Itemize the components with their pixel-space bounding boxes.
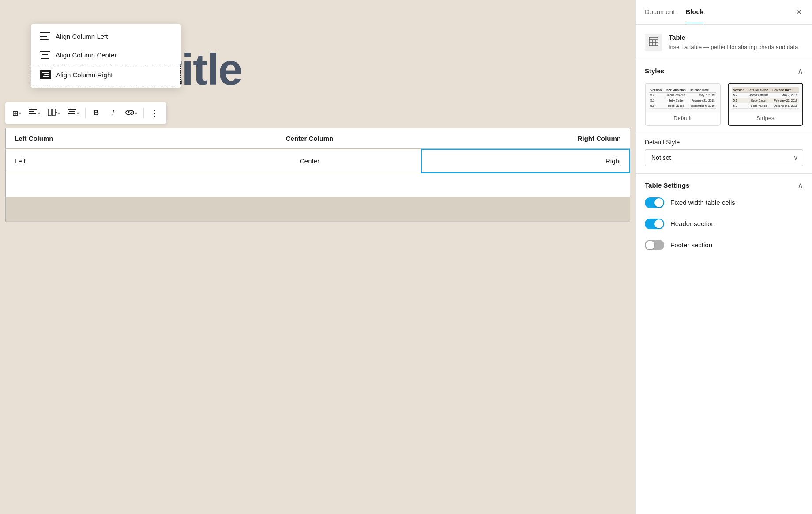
table-block-icon: [648, 36, 659, 49]
block-icon-wrap: [645, 34, 662, 51]
styles-section-header: Styles ∧: [645, 66, 803, 76]
table-type-button[interactable]: ⊞ ▾: [9, 105, 25, 121]
align-center-icon: [40, 51, 50, 59]
default-style-section: Default Style Not set ∨: [636, 133, 812, 174]
close-button[interactable]: ×: [794, 5, 803, 19]
bold-button[interactable]: B: [88, 105, 104, 121]
align-left-icon: [40, 32, 50, 40]
footer-section-row: Footer section: [645, 240, 803, 250]
more-options-button[interactable]: ⋮: [147, 105, 163, 121]
align-left-toolbar-icon: [29, 109, 37, 117]
align-center-item[interactable]: Align Column Center: [31, 45, 181, 64]
sidebar: Document Block × Table Insert a table — …: [635, 0, 812, 514]
sidebar-tabs: Document Block: [645, 1, 703, 23]
tab-document[interactable]: Document: [645, 1, 675, 23]
style-default-label: Default: [646, 112, 720, 121]
block-text: Table Insert a table — perfect for shari…: [669, 34, 800, 52]
toggle-knob: [646, 241, 654, 249]
align-chevron-icon: ▾: [38, 111, 40, 116]
align-column-icon: [68, 109, 76, 117]
col-header-left: Left Column: [6, 128, 198, 149]
header-section-row: Header section: [645, 219, 803, 229]
svg-rect-9: [68, 113, 75, 114]
style-card-stripes[interactable]: Version Jazz Musician Release Date 5.2Ja…: [728, 83, 804, 126]
footer-section-label: Footer section: [670, 241, 712, 249]
svg-rect-4: [52, 109, 55, 116]
toolbar-divider-1: [85, 108, 86, 118]
styles-section: Styles ∧ Version Jazz Musician Release D…: [636, 59, 812, 133]
main-content: Align Column Left Align Column Center Al…: [0, 0, 635, 514]
link-icon: [125, 109, 134, 117]
cell-empty-2[interactable]: [198, 173, 421, 197]
align-column-button[interactable]: ▾: [64, 105, 83, 121]
toggle-knob: [654, 198, 663, 207]
svg-rect-1: [29, 111, 34, 112]
style-options: Version Jazz Musician Release Date 5.2Ja…: [645, 83, 803, 126]
tab-block[interactable]: Block: [685, 1, 703, 23]
cell-center[interactable]: Center: [198, 149, 421, 173]
svg-rect-10: [649, 37, 658, 46]
svg-rect-8: [69, 111, 75, 112]
table-footer-row: [6, 197, 630, 222]
mini-table-stripes: Version Jazz Musician Release Date 5.2Ja…: [732, 87, 799, 109]
align-left-button[interactable]: ▾: [26, 105, 44, 121]
cell-empty-1[interactable]: [6, 173, 198, 197]
header-section-label: Header section: [670, 220, 715, 227]
footer-section-toggle[interactable]: [645, 240, 664, 250]
style-card-default[interactable]: Version Jazz Musician Release Date 5.2Ja…: [645, 83, 721, 126]
footer-cell-3[interactable]: [421, 197, 630, 222]
style-select-wrap: Not set ∨: [645, 149, 803, 166]
default-style-label: Default Style: [645, 139, 803, 146]
footer-cell-2[interactable]: [198, 197, 421, 222]
settings-collapse-icon[interactable]: ∧: [797, 181, 803, 190]
align-left-label: Align Column Left: [56, 33, 108, 40]
svg-rect-7: [68, 109, 76, 110]
align-center-label: Align Column Center: [56, 51, 117, 59]
align-right-label: Align Column Right: [56, 71, 113, 79]
link-button[interactable]: ▾: [122, 105, 141, 121]
align-dropdown: Align Column Left Align Column Center Al…: [31, 24, 181, 88]
style-stripes-preview: Version Jazz Musician Release Date 5.2Ja…: [729, 84, 803, 112]
table-settings-title: Table Settings: [645, 181, 689, 189]
block-info: Table Insert a table — perfect for shari…: [636, 25, 812, 59]
cell-empty-3[interactable]: [421, 173, 630, 197]
sidebar-header: Document Block ×: [636, 0, 812, 25]
mini-table-default: Version Jazz Musician Release Date 5.2Ja…: [649, 87, 716, 109]
svg-rect-3: [48, 109, 51, 116]
col-header-center: Center Column: [198, 128, 421, 149]
footer-cell-1[interactable]: [6, 197, 198, 222]
fixed-width-row: Fixed width table cells: [645, 197, 803, 208]
svg-rect-0: [29, 109, 37, 110]
align-col-chevron-icon: ▾: [77, 111, 79, 116]
italic-button[interactable]: I: [105, 105, 121, 121]
table-settings-header: Table Settings ∧: [645, 181, 803, 190]
fixed-width-toggle[interactable]: [645, 197, 664, 208]
toolbar-divider-2: [143, 108, 144, 118]
align-right-item[interactable]: Align Column Right: [31, 64, 181, 85]
table-row: Left Center Right: [6, 149, 630, 173]
styles-title: Styles: [645, 67, 664, 75]
table-settings-section: Table Settings ∧ Fixed width table cells…: [636, 174, 812, 268]
table-icon: ⊞: [12, 109, 18, 117]
header-section-toggle[interactable]: [645, 219, 664, 229]
table-row: [6, 173, 630, 197]
block-name: Table: [669, 34, 800, 41]
default-style-select[interactable]: Not set: [645, 149, 803, 166]
more-icon: ⋮: [150, 108, 159, 118]
insert-column-icon: [48, 109, 57, 117]
align-left-item[interactable]: Align Column Left: [31, 27, 181, 45]
table-chevron-icon: ▾: [19, 111, 21, 116]
table-block: Left Column Center Column Right Column L…: [5, 128, 630, 222]
insert-column-button[interactable]: ▾: [45, 105, 64, 121]
style-stripes-label: Stripes: [729, 112, 803, 121]
svg-rect-2: [29, 113, 36, 114]
styles-collapse-icon[interactable]: ∧: [797, 66, 803, 76]
block-description: Insert a table — perfect for sharing cha…: [669, 43, 800, 52]
col-header-right: Right Column: [421, 128, 630, 149]
cell-right[interactable]: Right: [421, 149, 630, 173]
cell-left[interactable]: Left: [6, 149, 198, 173]
content-table: Left Column Center Column Right Column L…: [6, 128, 630, 222]
toggle-knob: [654, 219, 663, 228]
link-chevron-icon: ▾: [135, 111, 137, 116]
insert-col-chevron-icon: ▾: [58, 111, 60, 116]
